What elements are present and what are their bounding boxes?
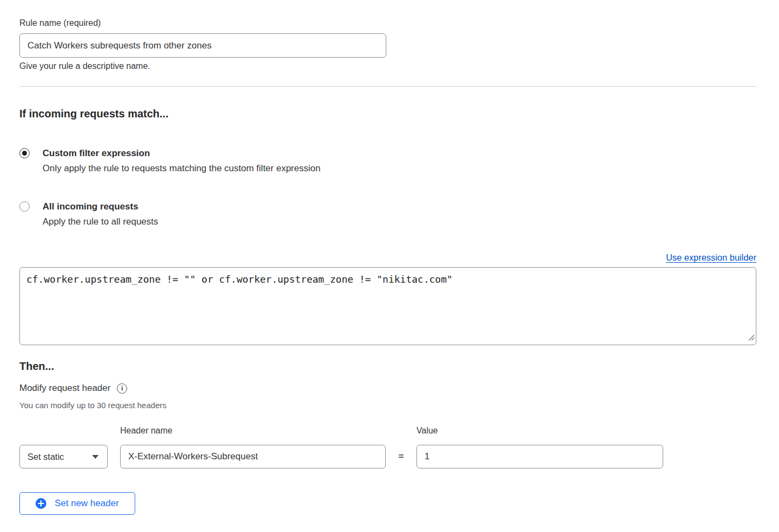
radio-option-label: Custom filter expression <box>43 147 321 160</box>
radio-option-all-incoming-requests[interactable]: All incoming requests Apply the rule to … <box>19 200 756 228</box>
section-divider <box>19 86 756 87</box>
value-label: Value <box>416 425 663 436</box>
header-operation-select-value: Set static <box>27 452 64 462</box>
radio-option-description: Apply the rule to all requests <box>43 215 158 228</box>
rule-name-label: Rule name (required) <box>19 18 756 29</box>
plus-icon <box>36 498 46 509</box>
set-new-header-button-label: Set new header <box>54 498 119 509</box>
use-expression-builder-link[interactable]: Use expression builder <box>666 253 756 262</box>
builder-link-row: Use expression builder <box>19 252 756 263</box>
radio-selected-icon[interactable] <box>19 148 30 158</box>
rule-editor-form: Rule name (required) Give your rule a de… <box>0 0 779 515</box>
radio-option-texts: All incoming requests Apply the rule to … <box>43 200 158 228</box>
rule-name-helper: Give your rule a descriptive name. <box>19 61 756 72</box>
match-section-heading: If incoming requests match... <box>19 107 756 121</box>
rule-name-input[interactable] <box>19 33 386 58</box>
radio-unselected-icon[interactable] <box>19 201 30 212</box>
action-row: Modify request header i <box>19 382 756 394</box>
then-section-heading: Then... <box>19 360 756 373</box>
header-row: Header name Value Set static = <box>19 425 756 468</box>
header-name-input[interactable] <box>120 445 386 468</box>
equals-sign: = <box>398 451 404 462</box>
chevron-down-icon <box>92 455 99 459</box>
radio-option-texts: Custom filter expression Only apply the … <box>43 147 321 175</box>
expression-editor: cf.worker.upstream_zone != "" or cf.work… <box>19 267 756 345</box>
radio-option-description: Only apply the rule to requests matching… <box>43 162 321 175</box>
header-operation-select[interactable]: Set static <box>19 445 108 468</box>
radio-option-label: All incoming requests <box>43 200 158 213</box>
info-icon[interactable]: i <box>117 383 127 394</box>
header-name-label: Header name <box>120 425 386 436</box>
action-label: Modify request header <box>19 382 110 394</box>
set-new-header-button[interactable]: Set new header <box>19 492 135 515</box>
header-value-input[interactable] <box>416 445 663 468</box>
filter-expression-textarea[interactable]: cf.worker.upstream_zone != "" or cf.work… <box>19 267 756 345</box>
headers-limit-helper: You can modify up to 30 request headers <box>19 400 756 410</box>
radio-option-custom-filter-expression[interactable]: Custom filter expression Only apply the … <box>19 147 756 175</box>
